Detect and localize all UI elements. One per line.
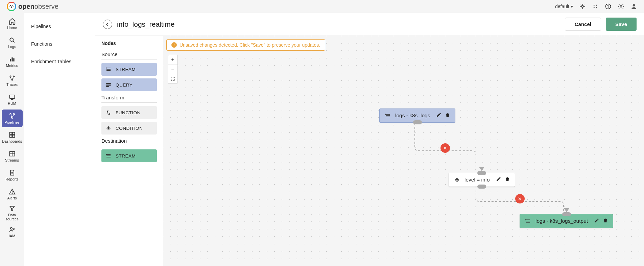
svg-rect-21 [13, 58, 14, 61]
pipeline-canvas[interactable]: ! Unsaved changes detected. Click "Save"… [163, 36, 644, 266]
content-header: info_logs_realtime Cancel Save [95, 13, 644, 36]
nav-rum[interactable]: RUM [2, 91, 23, 108]
alert-icon [8, 188, 16, 195]
edge-delete[interactable]: ✕ [515, 194, 525, 203]
svg-point-14 [608, 8, 608, 8]
nav-traces[interactable]: Traces [2, 72, 23, 89]
svg-point-22 [10, 76, 11, 77]
cancel-button[interactable]: Cancel [565, 18, 601, 31]
edit-icon[interactable] [594, 218, 599, 224]
svg-rect-30 [9, 132, 12, 135]
brand-name: openobserve [18, 3, 58, 10]
users-icon [8, 226, 16, 233]
node-dest-stream[interactable]: logs - k8s_logs_output [520, 214, 613, 228]
stream-icon [384, 112, 391, 119]
zoom-controls: + − [168, 55, 178, 84]
warn-icon: ! [171, 42, 177, 48]
node-label: logs - k8s_logs [395, 113, 430, 119]
edit-icon[interactable] [496, 176, 501, 183]
svg-point-40 [12, 193, 12, 193]
nav-rail: Home Logs Metrics Traces RUM Pipelines D… [0, 13, 24, 266]
node-handle[interactable] [477, 185, 486, 189]
svg-point-0 [581, 5, 583, 7]
svg-point-23 [13, 76, 14, 77]
theme-icon[interactable] [579, 3, 586, 10]
nav-streams[interactable]: Streams [2, 147, 23, 165]
palette-section-transform: Transform [101, 95, 157, 103]
palette-section-source: Source [101, 51, 157, 59]
brand-ring-icon [7, 2, 16, 11]
palette-dest-stream[interactable]: STREAM [101, 149, 157, 162]
user-icon[interactable] [630, 3, 637, 10]
svg-rect-19 [10, 59, 11, 62]
zoom-fit[interactable] [168, 74, 177, 83]
query-icon [105, 82, 112, 88]
nav-alerts[interactable]: Alerts [2, 185, 23, 203]
node-source-stream[interactable]: logs - k8s_logs [379, 108, 455, 123]
node-condition[interactable]: level = info [449, 173, 515, 187]
nav-dashboards[interactable]: Dashboards [2, 128, 23, 146]
palette-transform-function[interactable]: fxFUNCTION [101, 106, 157, 119]
svg-line-6 [584, 8, 585, 8]
nav-logs[interactable]: Logs [2, 34, 23, 51]
nav-iam[interactable]: IAM [2, 223, 23, 241]
palette-source-stream[interactable]: STREAM [101, 63, 157, 76]
palette-transform-condition[interactable]: CONDITION [101, 122, 157, 135]
nav-metrics[interactable]: Metrics [2, 53, 23, 70]
stream-icon [525, 218, 531, 224]
unsaved-warning: ! Unsaved changes detected. Click "Save"… [166, 39, 325, 51]
node-handle[interactable] [477, 171, 486, 175]
svg-rect-46 [106, 83, 111, 84]
svg-rect-9 [594, 5, 595, 6]
sidepanel-pipelines[interactable]: Pipelines [31, 21, 88, 32]
nav-home[interactable]: Home [2, 15, 23, 32]
page-title: info_logs_realtime [117, 20, 174, 28]
palette-source-query[interactable]: QUERY [101, 78, 157, 91]
edge-delete[interactable]: ✕ [440, 143, 450, 153]
nav-reports[interactable]: Reports [2, 166, 23, 184]
table-icon [8, 150, 16, 158]
slack-icon[interactable] [592, 3, 599, 10]
search-icon [8, 37, 16, 44]
brand-logo: openobserve [7, 2, 58, 11]
node-label: level = info [464, 177, 490, 183]
home-icon [8, 18, 16, 25]
file-icon [8, 169, 16, 176]
node-handle[interactable] [413, 120, 422, 124]
traces-icon [8, 74, 16, 82]
org-selector[interactable]: default ▾ [555, 4, 573, 9]
nav-data-sources[interactable]: Data sources [2, 204, 23, 222]
stream-icon [105, 153, 112, 159]
zoom-out[interactable]: − [168, 65, 177, 74]
trash-icon[interactable] [603, 218, 608, 224]
trash-icon[interactable] [445, 112, 450, 119]
grid-icon [8, 131, 16, 139]
svg-point-24 [11, 79, 13, 80]
fx-icon: fx [105, 110, 112, 116]
svg-point-42 [13, 228, 14, 229]
sidepanel-enrichment[interactable]: Enrichment Tables [31, 56, 88, 67]
sidepanel-functions[interactable]: Functions [31, 39, 88, 49]
svg-point-16 [633, 4, 635, 6]
edit-icon[interactable] [436, 112, 442, 119]
arrow-in-icon [564, 208, 569, 212]
svg-rect-11 [594, 7, 595, 8]
back-button[interactable] [103, 20, 112, 29]
nav-pipelines[interactable]: Pipelines [2, 110, 23, 127]
svg-rect-12 [596, 7, 597, 8]
pipeline-icon [8, 112, 16, 120]
palette-section-destination: Destination [101, 138, 157, 146]
monitor-icon [8, 93, 16, 101]
zoom-in[interactable]: + [168, 55, 177, 65]
svg-line-8 [584, 5, 585, 5]
svg-line-5 [581, 5, 581, 5]
bars-icon [8, 55, 16, 63]
node-handle[interactable] [562, 212, 571, 216]
trash-icon[interactable] [505, 176, 510, 183]
svg-rect-33 [12, 135, 15, 138]
node-palette: Nodes Source STREAM QUERY Transform fxFU… [95, 36, 163, 266]
gear-icon[interactable] [618, 3, 624, 10]
save-button[interactable]: Save [606, 18, 637, 31]
help-icon[interactable] [605, 3, 612, 10]
condition-icon [454, 176, 460, 183]
